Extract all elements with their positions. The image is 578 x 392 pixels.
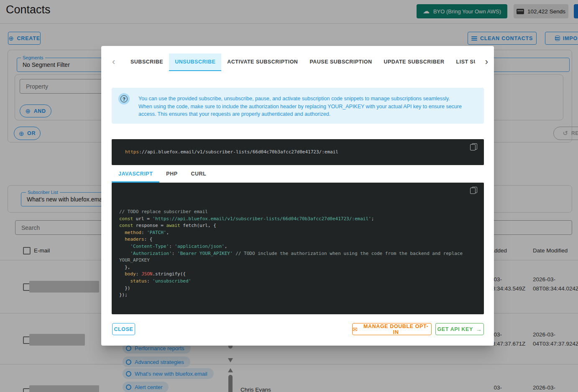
code-line: body: JSON.stringify({ — [119, 271, 463, 278]
code-snippet-block: // TODO replace subscriber emailconst ur… — [112, 183, 484, 314]
help-circle-icon: ? — [118, 93, 130, 104]
manage-double-opt-in-label: MANAGE DOUBLE OPT-IN — [361, 323, 431, 335]
tabs-scroll-right-chevron-icon[interactable]: › — [485, 57, 488, 66]
code-tab-curl[interactable]: CURL — [184, 166, 213, 183]
code-line: headers: { — [119, 236, 463, 243]
code-snippet: // TODO replace subscriber emailconst ur… — [119, 209, 463, 299]
code-line: // TODO replace subscriber email — [119, 209, 463, 216]
copy-icon[interactable] — [470, 143, 477, 150]
code-tab-php[interactable]: PHP — [159, 166, 184, 183]
code-language-tabs: JAVASCRIPTPHPCURL — [112, 166, 213, 183]
code-line: }, — [119, 264, 463, 271]
envelope-icon: ✉ — [353, 326, 358, 332]
modal-tab-activate-subscription[interactable]: ACTIVATE SUBSCRIPTION — [221, 53, 304, 71]
modal-tab-list-subscribers[interactable]: LIST SUBSCRIBERS — [450, 53, 475, 71]
get-api-key-button[interactable]: GET API KEY → — [435, 323, 484, 335]
api-snippets-modal: ‹ SUBSCRIBEUNSUBSCRIBEACTIVATE SUBSCRIPT… — [101, 46, 494, 346]
modal-tab-unsubscribe[interactable]: UNSUBSCRIBE — [169, 53, 221, 71]
get-api-key-label: GET API KEY — [437, 326, 473, 332]
code-line: }); — [119, 292, 463, 299]
info-alert-text: You can use the provided subscribe, unsu… — [138, 95, 462, 118]
close-button[interactable]: CLOSE — [112, 323, 135, 335]
endpoint-url-block: https://api.bluefox.email/v1/subscriber-… — [112, 139, 484, 165]
code-tab-javascript[interactable]: JAVASCRIPT — [112, 166, 159, 183]
tabs-scroll-left-chevron-icon[interactable]: ‹ — [112, 57, 115, 66]
code-line: 'Content-Type': 'application/json', — [119, 243, 463, 250]
endpoint-url: https://api.bluefox.email/v1/subscriber-… — [125, 149, 338, 156]
code-line: YOUR_APIKEY — [119, 257, 463, 264]
info-alert: ? You can use the provided subscribe, un… — [112, 88, 484, 124]
code-line: const url = 'https://api.bluefox.email/v… — [119, 216, 463, 223]
modal-tab-subscribe[interactable]: SUBSCRIBE — [125, 53, 169, 71]
modal-tab-bar: SUBSCRIBEUNSUBSCRIBEACTIVATE SUBSCRIPTIO… — [125, 53, 475, 71]
manage-double-opt-in-button[interactable]: ✉ MANAGE DOUBLE OPT-IN — [352, 323, 432, 335]
modal-tab-pause-subscription[interactable]: PAUSE SUBSCRIPTION — [304, 53, 378, 71]
close-label: CLOSE — [114, 326, 133, 332]
code-line: const response = await fetch(url, { — [119, 222, 463, 229]
code-line: method: 'PATCH', — [119, 229, 463, 237]
copy-icon[interactable] — [470, 187, 477, 194]
modal-tab-update-subscriber[interactable]: UPDATE SUBSCRIBER — [378, 53, 450, 71]
code-line: status: 'unsubscribed' — [119, 278, 463, 285]
code-line: }) — [119, 285, 463, 292]
code-line: 'Authorization': 'Bearer YOUR_APIKEY' //… — [119, 250, 463, 257]
arrow-right-icon: → — [476, 326, 482, 332]
screen: Contacts ☁ BYO (Bring Your Own AWS) 102,… — [0, 0, 578, 392]
